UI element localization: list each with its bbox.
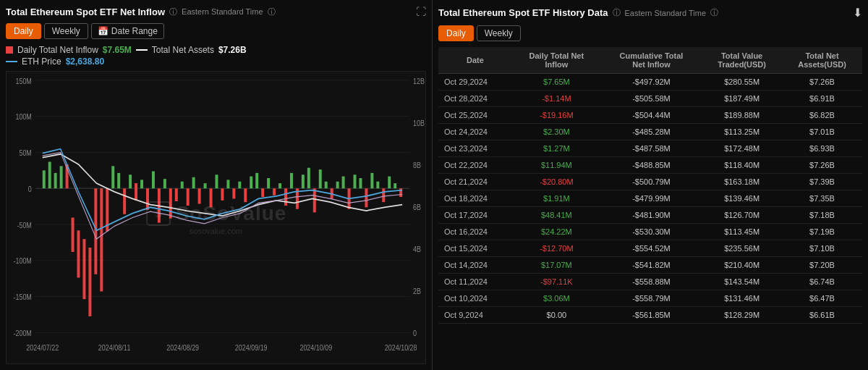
cell-traded: $139.46M (702, 190, 782, 207)
svg-rect-82 (382, 188, 385, 202)
cell-assets: $6.91B (782, 91, 862, 107)
download-button[interactable]: ⬇ (853, 6, 862, 20)
legend-row-inflow: Daily Total Net Inflow $7.65M Total Net … (6, 45, 426, 55)
cell-traded: $118.40M (702, 157, 782, 174)
date-range-button[interactable]: 📅 Date Range (91, 23, 164, 39)
svg-rect-80 (370, 173, 373, 188)
cell-daily: $0.00 (512, 307, 601, 324)
cell-daily: $17.07M (512, 257, 601, 274)
svg-rect-30 (82, 239, 85, 299)
svg-text:2024/10/09: 2024/10/09 (299, 343, 332, 352)
svg-rect-70 (313, 188, 316, 212)
expand-icon[interactable]: ⛶ (416, 6, 426, 17)
svg-rect-68 (302, 175, 305, 188)
svg-rect-74 (336, 182, 339, 188)
right-info-icon[interactable]: ⓘ (613, 7, 621, 18)
svg-text:2024/08/11: 2024/08/11 (98, 343, 131, 352)
cell-date: Oct 18,2024 (438, 190, 512, 207)
left-panel-header: Total Ethereum Spot ETF Net Inflow ⓘ Eas… (6, 6, 426, 17)
table-row: Oct 10,2024 $3.06M -$558.79M $131.46M $6… (438, 290, 862, 307)
left-tab-weekly[interactable]: Weekly (44, 23, 88, 39)
right-tab-weekly[interactable]: Weekly (477, 25, 521, 41)
svg-text:50M: 50M (19, 148, 31, 157)
left-info-icon[interactable]: ⓘ (169, 7, 177, 17)
table-header-row: Date Daily Total NetInflow Cumulative To… (438, 47, 862, 74)
cell-assets: $7.26B (782, 157, 862, 174)
svg-rect-36 (117, 173, 120, 188)
cell-date: Oct 24,2024 (438, 124, 512, 140)
svg-rect-65 (284, 188, 287, 206)
calendar-icon: 📅 (98, 26, 109, 36)
cell-assets: $7.18B (782, 207, 862, 224)
svg-rect-32 (94, 188, 97, 274)
cell-date: Oct 23,2024 (438, 140, 512, 157)
svg-rect-50 (198, 188, 201, 203)
svg-rect-57 (238, 182, 241, 188)
svg-text:100M: 100M (15, 113, 31, 122)
legend-blue-line (6, 61, 17, 62)
cell-daily: $1.91M (512, 190, 601, 207)
svg-rect-29 (77, 230, 80, 277)
table-row: Oct 15,2024 -$12.70M -$554.52M $235.56M … (438, 240, 862, 257)
date-range-label: Date Range (111, 26, 158, 36)
svg-text:0: 0 (28, 185, 32, 193)
svg-rect-51 (204, 183, 207, 188)
cell-assets: $6.82B (782, 107, 862, 124)
svg-rect-64 (278, 183, 281, 188)
svg-rect-59 (250, 177, 252, 189)
svg-text:8B: 8B (413, 161, 421, 169)
cell-traded: $189.88M (702, 107, 782, 124)
legend-eth-label: ETH Price (22, 56, 61, 67)
col-header-cumulative: Cumulative TotalNet Inflow (601, 47, 702, 74)
svg-rect-72 (325, 182, 328, 188)
cell-date: Oct 28,2024 (438, 91, 512, 107)
svg-rect-48 (187, 188, 190, 206)
svg-rect-45 (169, 188, 172, 218)
cell-daily: $24.22M (512, 224, 601, 240)
legend-eth-value: $2,638.80 (66, 56, 104, 67)
left-panel-title: Total Ethereum Spot ETF Net Inflow (6, 7, 165, 17)
svg-rect-69 (307, 168, 310, 188)
cell-traded: $210.40M (702, 257, 782, 274)
data-table: Date Daily Total NetInflow Cumulative To… (438, 47, 862, 364)
left-timezone-info-icon[interactable]: ⓘ (268, 7, 276, 17)
cell-cumulative: -$481.90M (601, 207, 702, 224)
svg-text:-200M: -200M (13, 329, 31, 337)
left-tab-daily[interactable]: Daily (6, 23, 41, 39)
right-tab-daily[interactable]: Daily (438, 25, 474, 41)
cell-assets: $7.01B (782, 124, 862, 140)
left-tab-row: Daily Weekly 📅 Date Range (6, 23, 426, 39)
svg-text:0: 0 (413, 329, 417, 337)
right-timezone-info-icon[interactable]: ⓘ (710, 7, 718, 18)
cell-daily: $3.06M (512, 290, 601, 307)
cell-cumulative: -$541.82M (601, 257, 702, 274)
legend-white-line (136, 49, 148, 51)
svg-rect-49 (192, 177, 195, 188)
cell-date: Oct 11,2024 (438, 274, 512, 290)
table-row: Oct 21,2024 -$20.80M -$500.79M $163.18M … (438, 174, 862, 190)
svg-rect-41 (146, 188, 149, 210)
table-row: Oct 11,2024 -$97.11K -$558.88M $143.54M … (438, 274, 862, 290)
svg-rect-60 (255, 173, 258, 188)
svg-rect-61 (261, 188, 264, 197)
svg-rect-23 (43, 170, 46, 188)
right-timezone: Eastern Standard Time (625, 9, 707, 17)
right-panel-header: Total Ethereum Spot ETF History Data ⓘ E… (438, 6, 862, 20)
svg-rect-53 (216, 175, 218, 188)
svg-rect-37 (123, 188, 126, 214)
svg-rect-28 (72, 218, 75, 252)
svg-rect-44 (163, 179, 166, 188)
svg-text:150M: 150M (15, 77, 31, 85)
table-row: Oct 9,2024 $0.00 -$561.85M $128.29M $6.6… (438, 307, 862, 324)
svg-text:-50M: -50M (17, 221, 31, 230)
col-header-traded: Total ValueTraded(USD) (702, 47, 782, 74)
cell-daily: $48.41M (512, 207, 601, 224)
svg-text:2024/07/22: 2024/07/22 (26, 343, 59, 352)
legend-inflow-label: Daily Total Net Inflow (17, 45, 98, 55)
svg-text:2024/10/28: 2024/10/28 (385, 343, 417, 352)
svg-rect-56 (232, 188, 235, 198)
cell-assets: $7.26B (782, 74, 862, 91)
svg-text:10B: 10B (413, 119, 425, 127)
chart-legend: Daily Total Net Inflow $7.65M Total Net … (6, 45, 426, 67)
cell-traded: $187.49M (702, 91, 782, 107)
